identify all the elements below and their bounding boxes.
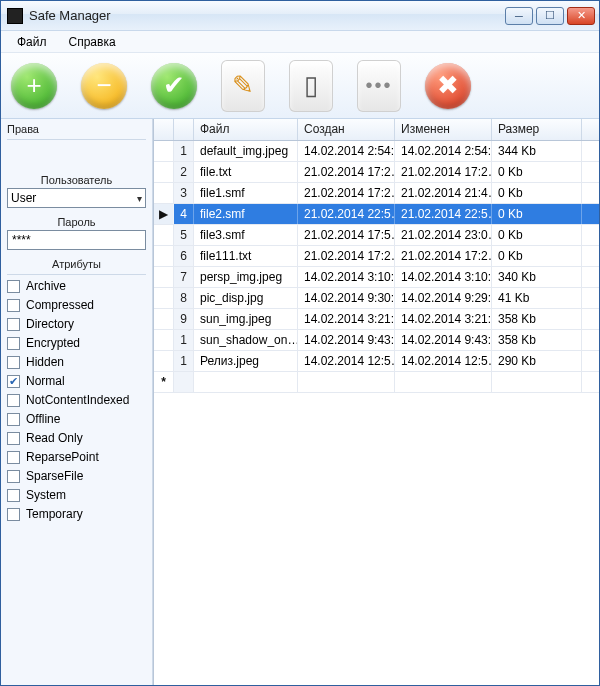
cell-file[interactable]: file2.smf — [194, 204, 298, 224]
table-row[interactable]: 1sun_shadow_on…14.02.2014 9:43:…14.02.20… — [154, 330, 599, 351]
checkbox-icon[interactable] — [7, 451, 20, 464]
checkbox-icon[interactable] — [7, 318, 20, 331]
table-row[interactable]: 8pic_disp.jpg14.02.2014 9:30:…14.02.2014… — [154, 288, 599, 309]
checkbox-icon[interactable] — [7, 432, 20, 445]
cell-created[interactable]: 21.02.2014 17:2… — [298, 183, 395, 203]
attribute-sparsefile[interactable]: SparseFile — [7, 469, 146, 483]
cell-modified[interactable]: 14.02.2014 3:10:… — [395, 267, 492, 287]
cell-created[interactable]: 14.02.2014 3:10:… — [298, 267, 395, 287]
add-button[interactable]: + — [11, 63, 57, 109]
checkbox-icon[interactable] — [7, 470, 20, 483]
cell-created[interactable]: 14.02.2014 9:30:… — [298, 288, 395, 308]
checkbox-icon[interactable] — [7, 299, 20, 312]
attribute-temporary[interactable]: Temporary — [7, 507, 146, 521]
cell-modified[interactable]: 21.02.2014 21:4… — [395, 183, 492, 203]
grid-header-index[interactable] — [174, 119, 194, 140]
cell-modified[interactable]: 21.02.2014 22:5… — [395, 204, 492, 224]
cell-created[interactable]: 14.02.2014 2:54:… — [298, 141, 395, 161]
attribute-hidden[interactable]: Hidden — [7, 355, 146, 369]
checkbox-icon[interactable] — [7, 413, 20, 426]
cell-file[interactable]: file1.smf — [194, 183, 298, 203]
cell-modified[interactable]: 21.02.2014 23:0… — [395, 225, 492, 245]
edit-button[interactable]: ✎ — [221, 60, 265, 112]
checkbox-icon[interactable] — [7, 356, 20, 369]
apply-button[interactable]: ✔ — [151, 63, 197, 109]
remove-button[interactable]: − — [81, 63, 127, 109]
checkbox-icon[interactable] — [7, 280, 20, 293]
cell-file[interactable]: sun_img.jpeg — [194, 309, 298, 329]
table-row[interactable]: 5file3.smf21.02.2014 17:5…21.02.2014 23:… — [154, 225, 599, 246]
document-button[interactable]: ▯ — [289, 60, 333, 112]
table-row[interactable]: 1default_img.jpeg14.02.2014 2:54:…14.02.… — [154, 141, 599, 162]
cell-created[interactable]: 21.02.2014 17:2… — [298, 162, 395, 182]
checkbox-icon[interactable] — [7, 394, 20, 407]
cell-size[interactable]: 358 Kb — [492, 330, 582, 350]
grid-header-created[interactable]: Создан — [298, 119, 395, 140]
attribute-system[interactable]: System — [7, 488, 146, 502]
attribute-notcontentindexed[interactable]: NotContentIndexed — [7, 393, 146, 407]
cell-size[interactable]: 0 Kb — [492, 204, 582, 224]
cell-modified[interactable]: 14.02.2014 3:21:… — [395, 309, 492, 329]
maximize-button[interactable]: ☐ — [536, 7, 564, 25]
cell-size[interactable]: 41 Kb — [492, 288, 582, 308]
cell-modified[interactable] — [395, 372, 492, 392]
cell-size[interactable]: 0 Kb — [492, 225, 582, 245]
cell-modified[interactable]: 14.02.2014 2:54:… — [395, 141, 492, 161]
attribute-compressed[interactable]: Compressed — [7, 298, 146, 312]
cell-file[interactable]: pic_disp.jpg — [194, 288, 298, 308]
minimize-button[interactable]: ─ — [505, 7, 533, 25]
cell-file[interactable]: file3.smf — [194, 225, 298, 245]
attribute-reparsepoint[interactable]: ReparsePoint — [7, 450, 146, 464]
cell-file[interactable]: default_img.jpeg — [194, 141, 298, 161]
cell-size[interactable] — [492, 372, 582, 392]
cell-modified[interactable]: 21.02.2014 17:2… — [395, 246, 492, 266]
table-row[interactable]: 9sun_img.jpeg14.02.2014 3:21:…14.02.2014… — [154, 309, 599, 330]
cell-size[interactable]: 340 Kb — [492, 267, 582, 287]
cell-modified[interactable]: 14.02.2014 9:29:… — [395, 288, 492, 308]
menu-file[interactable]: Файл — [7, 33, 57, 51]
table-row[interactable]: 3file1.smf21.02.2014 17:2…21.02.2014 21:… — [154, 183, 599, 204]
cell-modified[interactable]: 21.02.2014 17:2… — [395, 162, 492, 182]
checkbox-icon[interactable] — [7, 337, 20, 350]
checkbox-icon[interactable] — [7, 375, 20, 388]
attribute-read only[interactable]: Read Only — [7, 431, 146, 445]
titlebar[interactable]: Safe Manager ─ ☐ ✕ — [1, 1, 599, 31]
more-button[interactable]: ••• — [357, 60, 401, 112]
cancel-button[interactable]: ✖ — [425, 63, 471, 109]
checkbox-icon[interactable] — [7, 508, 20, 521]
close-button[interactable]: ✕ — [567, 7, 595, 25]
cell-created[interactable]: 14.02.2014 9:43:… — [298, 330, 395, 350]
cell-created[interactable]: 14.02.2014 3:21:… — [298, 309, 395, 329]
cell-file[interactable] — [194, 372, 298, 392]
cell-size[interactable]: 0 Kb — [492, 183, 582, 203]
cell-created[interactable]: 14.02.2014 12:5… — [298, 351, 395, 371]
attribute-encrypted[interactable]: Encrypted — [7, 336, 146, 350]
cell-size[interactable]: 344 Kb — [492, 141, 582, 161]
attribute-directory[interactable]: Directory — [7, 317, 146, 331]
table-row[interactable]: 2file.txt21.02.2014 17:2…21.02.2014 17:2… — [154, 162, 599, 183]
table-row[interactable]: 7persp_img.jpeg14.02.2014 3:10:…14.02.20… — [154, 267, 599, 288]
attribute-offline[interactable]: Offline — [7, 412, 146, 426]
grid-header-marker[interactable] — [154, 119, 174, 140]
cell-file[interactable]: sun_shadow_on… — [194, 330, 298, 350]
cell-size[interactable]: 0 Kb — [492, 162, 582, 182]
menu-help[interactable]: Справка — [59, 33, 126, 51]
grid-header-modified[interactable]: Изменен — [395, 119, 492, 140]
cell-size[interactable]: 0 Kb — [492, 246, 582, 266]
attribute-normal[interactable]: Normal — [7, 374, 146, 388]
cell-modified[interactable]: 14.02.2014 12:5… — [395, 351, 492, 371]
checkbox-icon[interactable] — [7, 489, 20, 502]
table-row[interactable]: 6file111.txt21.02.2014 17:2…21.02.2014 1… — [154, 246, 599, 267]
grid-header-size[interactable]: Размер — [492, 119, 582, 140]
cell-modified[interactable]: 14.02.2014 9:43:… — [395, 330, 492, 350]
cell-file[interactable]: file111.txt — [194, 246, 298, 266]
cell-created[interactable]: 21.02.2014 17:5… — [298, 225, 395, 245]
user-dropdown[interactable]: User ▾ — [7, 188, 146, 208]
cell-size[interactable]: 358 Kb — [492, 309, 582, 329]
cell-created[interactable]: 21.02.2014 17:2… — [298, 246, 395, 266]
grid-body[interactable]: 1default_img.jpeg14.02.2014 2:54:…14.02.… — [154, 141, 599, 685]
new-row[interactable]: * — [154, 372, 599, 393]
table-row[interactable]: 1Релиз.jpeg14.02.2014 12:5…14.02.2014 12… — [154, 351, 599, 372]
cell-size[interactable]: 290 Kb — [492, 351, 582, 371]
password-input[interactable] — [7, 230, 146, 250]
